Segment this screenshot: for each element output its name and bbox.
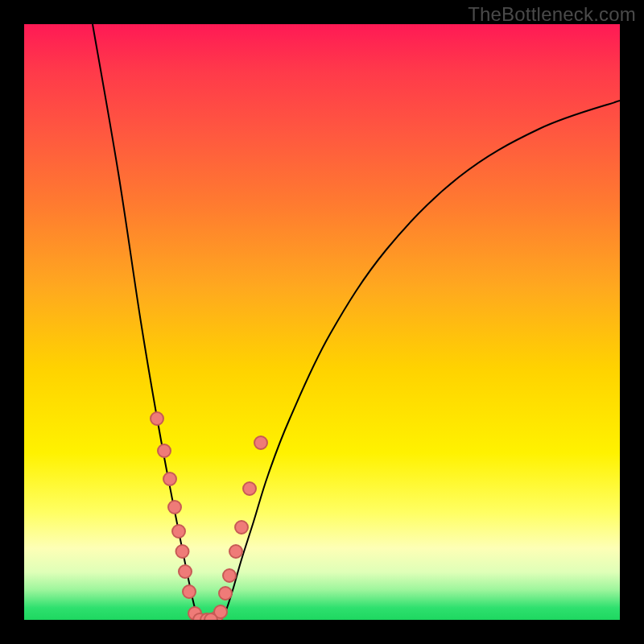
dots-right xyxy=(209,436,267,620)
data-point xyxy=(176,545,189,558)
data-point xyxy=(163,473,176,485)
data-point xyxy=(168,501,181,514)
data-point xyxy=(204,613,217,620)
chart-frame: TheBottleneck.com xyxy=(0,0,644,644)
data-point xyxy=(158,444,171,457)
data-point xyxy=(151,412,163,425)
plot-area xyxy=(24,24,620,620)
data-point xyxy=(229,545,242,558)
data-point xyxy=(254,436,267,449)
data-point xyxy=(235,521,248,534)
data-point xyxy=(243,482,256,495)
data-point xyxy=(219,587,232,600)
data-point xyxy=(183,585,196,598)
dots-bottom xyxy=(193,613,217,620)
data-point xyxy=(179,565,192,578)
chart-svg xyxy=(24,24,620,620)
data-point xyxy=(172,525,185,538)
watermark-text: TheBottleneck.com xyxy=(468,3,636,26)
data-point xyxy=(223,569,236,582)
curve-right xyxy=(221,101,620,620)
